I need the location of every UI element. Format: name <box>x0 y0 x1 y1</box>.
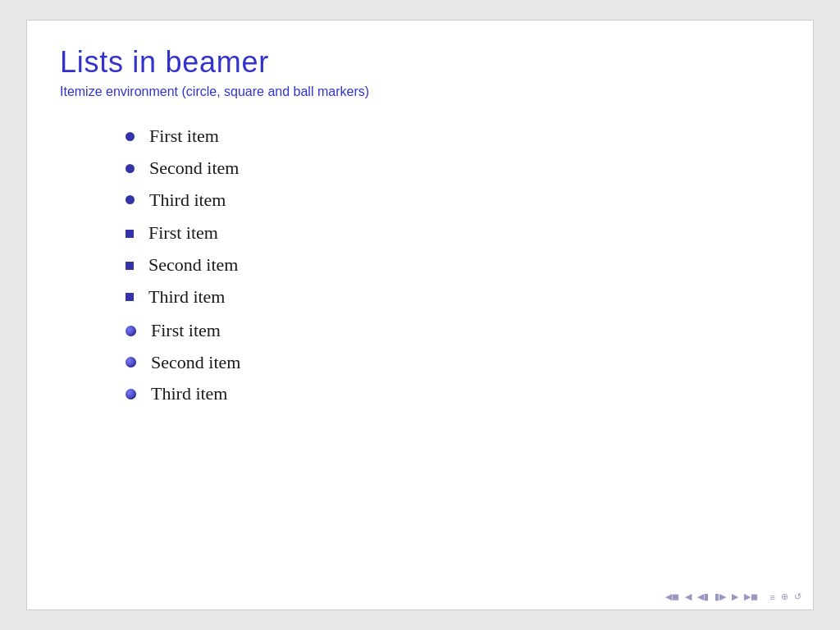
nav-next-button[interactable]: ▶ <box>730 591 740 603</box>
nav-zoom-button[interactable]: ⊕ <box>779 591 790 603</box>
nav-separator <box>762 592 766 601</box>
list-item: Third item <box>126 285 780 310</box>
list-item-label: Second item <box>151 350 240 376</box>
list-item-label: First item <box>149 124 219 149</box>
lists-container: First item Second item Third item First … <box>60 124 780 407</box>
slide-subtitle: Itemize environment (circle, square and … <box>60 84 780 99</box>
nav-last-button[interactable]: ▶◼ <box>742 591 760 603</box>
list-item: Third item <box>126 381 780 407</box>
list-item: Second item <box>126 253 780 278</box>
bullet-square-icon <box>126 293 134 301</box>
bullet-square-icon <box>126 230 134 238</box>
nav-bar: ◀◼ ◀ ◀▮ ▮▶ ▶ ▶◼ ≡ ⊕ ↺ <box>664 591 803 603</box>
bullet-circle-icon <box>126 132 135 141</box>
nav-prev-button[interactable]: ◀ <box>683 591 693 603</box>
nav-toc-button[interactable]: ≡ <box>769 591 777 603</box>
bullet-ball-icon <box>126 326 136 336</box>
list-item: Second item <box>126 350 780 376</box>
bullet-ball-icon <box>126 389 136 399</box>
nav-next-section-button[interactable]: ▮▶ <box>713 591 728 603</box>
list-item: First item <box>126 318 780 344</box>
list-item-label: Second item <box>148 253 238 278</box>
nav-search-button[interactable]: ↺ <box>792 591 803 603</box>
list-item: First item <box>126 124 780 149</box>
list-item-label: Third item <box>148 285 225 310</box>
list-item-label: Third item <box>151 381 227 407</box>
list-item: Third item <box>126 188 780 213</box>
list-item: First item <box>126 221 780 246</box>
list-item-label: Second item <box>149 156 239 181</box>
slide: Lists in beamer Itemize environment (cir… <box>26 20 814 610</box>
bullet-circle-icon <box>126 164 135 173</box>
bullet-square-icon <box>126 262 134 270</box>
ball-list: First item Second item Third item <box>126 318 780 407</box>
list-item-label: First item <box>151 318 221 344</box>
bullet-ball-icon <box>126 357 136 368</box>
slide-title: Lists in beamer <box>60 45 780 80</box>
bullet-circle-icon <box>126 195 135 204</box>
circle-list: First item Second item Third item <box>126 124 780 212</box>
nav-prev-section-button[interactable]: ◀▮ <box>696 591 710 603</box>
nav-first-button[interactable]: ◀◼ <box>664 591 681 603</box>
list-item-label: First item <box>148 221 218 246</box>
square-list: First item Second item Third item <box>126 221 780 309</box>
list-item-label: Third item <box>149 188 226 213</box>
list-item: Second item <box>126 156 780 181</box>
